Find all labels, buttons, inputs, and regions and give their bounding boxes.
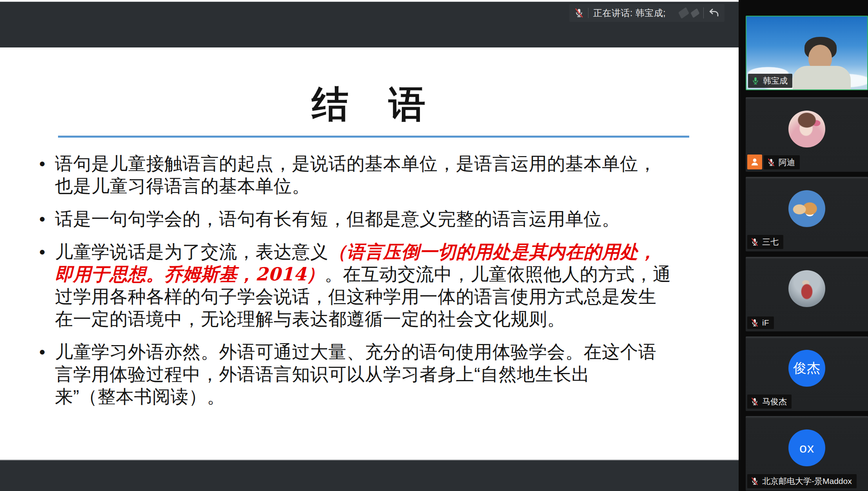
bullet-text: 儿童学习外语亦然。外语可通过大量、充分的语句使用体验学会。在这个语 言学用体验过… [55,341,702,408]
mic-muted-icon[interactable] [574,8,584,18]
bullet-text: 儿童学说话是为了交流，表达意义（语言压倒一切的用处是其内在的用处， 即用于思想。… [55,241,702,330]
avatar-initials: 俊杰 [788,350,825,387]
divider [703,7,704,18]
participants-sidebar: 韩宝成 阿迪 三七 iF [739,0,868,491]
participant-tile[interactable]: 俊杰 马俊杰 [746,336,868,411]
screen-share-bottombar [0,460,739,491]
participant-name-label: 阿迪 [764,155,800,169]
presentation-slide: 结 语 • 语句是儿童接触语言的起点，是说话的基本单位，是语言运用的基本单位， … [0,47,739,460]
window-top-edge [0,0,739,2]
title-underline [58,136,689,138]
mic-muted-icon [750,238,759,246]
participant-name-label: 三七 [747,235,783,249]
avatar-initials: ox [788,429,825,466]
avatar [788,190,825,227]
person-silhouette [793,66,851,90]
avatar [788,270,825,307]
bullet-item: • 语句是儿童接触语言的起点，是说话的基本单位，是语言运用的基本单位， 也是儿童… [39,153,702,197]
bullet-marker: • [39,341,55,363]
mic-muted-icon [750,397,759,406]
undo-arrow-icon[interactable] [708,7,720,19]
participant-name-label: 马俊杰 [747,395,792,409]
mic-muted-icon [767,158,775,167]
participant-tile-video[interactable]: 韩宝成 [746,16,868,90]
bullet-text: 语句是儿童接触语言的起点，是说话的基本单位，是语言运用的基本单位， 也是儿童习得… [55,153,702,197]
bullet-text: 话是一句句学会的，语句有长有短，但都是意义完整的语言运用单位。 [55,208,702,230]
mic-on-icon [751,76,760,85]
participant-tile[interactable]: ox 北京邮电大学-景Maddox [746,416,868,491]
participant-name-label: 北京邮电大学-景Maddox [747,474,857,488]
participant-tile[interactable]: 阿迪 [746,97,868,172]
divider [588,8,588,18]
participant-name-label: iF [747,316,774,329]
annotation-tool-icon[interactable] [690,8,699,18]
bullet-marker: • [39,241,55,263]
participant-tile[interactable]: iF [746,257,868,331]
bullet-item: • 儿童学习外语亦然。外语可通过大量、充分的语句使用体验学会。在这个语 言学用体… [39,341,702,408]
person-badge-icon [747,155,762,169]
avatar [788,111,825,147]
bullet-marker: • [39,153,55,175]
mic-muted-icon [750,318,759,327]
bullet-list: • 语句是儿童接触语言的起点，是说话的基本单位，是语言运用的基本单位， 也是儿童… [39,153,702,418]
participant-tile[interactable]: 三七 [746,177,868,251]
screen-share-topbar: 正在讲话: 韩宝成; [0,2,739,47]
meeting-window: 正在讲话: 韩宝成; 结 语 • 语句是儿童接触语言的起点，是说话的基本单位，是… [0,0,868,491]
speaking-label: 正在讲话: 韩宝成; [593,7,666,19]
shared-screen-area: 正在讲话: 韩宝成; 结 语 • 语句是儿童接触语言的起点，是说话的基本单位，是… [0,0,739,491]
bullet-marker: • [39,208,55,230]
slide-title: 结 语 [0,80,739,129]
mic-muted-icon [750,477,759,486]
annotation-tool-icon[interactable] [678,7,689,19]
bullet-item: • 儿童学说话是为了交流，表达意义（语言压倒一切的用处是其内在的用处， 即用于思… [39,241,702,330]
participant-name-label: 韩宝成 [748,74,792,88]
speaking-indicator: 正在讲话: 韩宝成; [569,4,725,22]
bullet-item: • 话是一句句学会的，语句有长有短，但都是意义完整的语言运用单位。 [39,208,702,230]
annotation-toolbar [679,7,720,19]
